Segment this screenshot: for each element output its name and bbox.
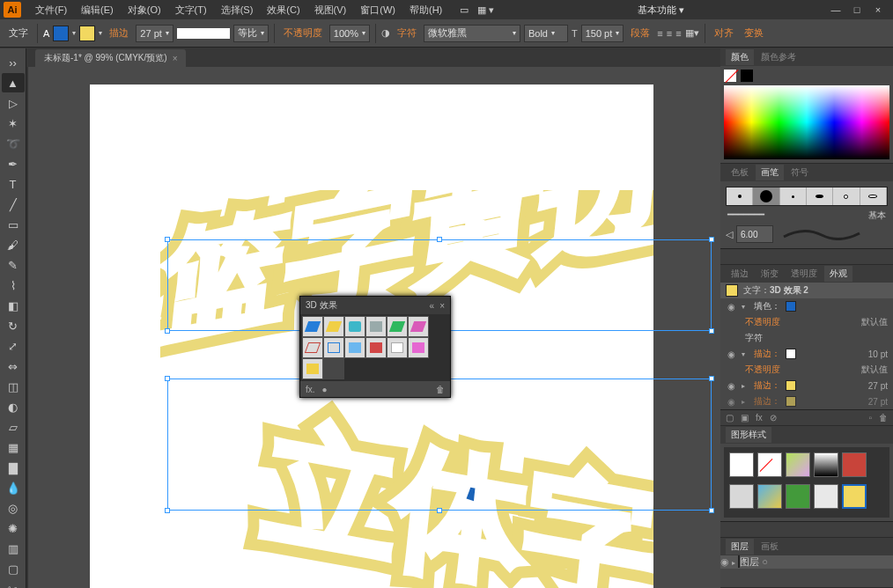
workspace-switcher[interactable]: 基本功能 ▾: [629, 4, 693, 17]
menu-view[interactable]: 视图(V): [307, 0, 354, 19]
fill-swatch[interactable]: [53, 26, 69, 41]
fx-flat-red[interactable]: [365, 337, 387, 358]
arrange-icon[interactable]: ▦ ▾: [477, 4, 494, 16]
window-close[interactable]: ×: [870, 4, 886, 16]
width-tool[interactable]: ⇔: [2, 356, 25, 376]
pen-tool[interactable]: ✒: [2, 154, 25, 173]
fx-cube-wire[interactable]: [302, 337, 323, 358]
menu-window[interactable]: 窗口(W): [353, 0, 402, 19]
document-tab[interactable]: 未标题-1* @ 99% (CMYK/预览) ×: [35, 49, 186, 67]
color-spectrum[interactable]: [724, 85, 889, 159]
tab-symbols[interactable]: 符号: [786, 165, 814, 180]
appearance-target[interactable]: 文字：3D 效果 2: [720, 283, 893, 298]
fx-flat-yellow2[interactable]: [302, 358, 323, 379]
appearance-chars-row[interactable]: 字符: [720, 330, 893, 346]
black-swatch[interactable]: [741, 70, 753, 82]
stroke-swatch[interactable]: [79, 26, 95, 41]
trash-icon[interactable]: 🗑: [879, 413, 888, 423]
perspective-tool[interactable]: ▱: [2, 417, 25, 437]
blob-brush-tool[interactable]: ⌇: [2, 276, 25, 295]
free-transform-tool[interactable]: ◫: [2, 377, 25, 396]
fx-extrude-front[interactable]: [302, 316, 323, 337]
brush-strip[interactable]: [726, 187, 888, 206]
tab-appearance[interactable]: 外观: [824, 266, 852, 282]
align-left-icon[interactable]: ≡: [657, 28, 662, 39]
tab-brushes[interactable]: 画笔: [756, 165, 784, 180]
font-family[interactable]: 微软雅黑▾: [424, 25, 520, 42]
stroke-preview[interactable]: [177, 28, 230, 39]
tab-artboards[interactable]: 画板: [756, 539, 784, 555]
scale-tool[interactable]: ⤢: [2, 336, 25, 356]
tab-transparency[interactable]: 透明度: [786, 266, 823, 282]
tab-color[interactable]: 颜色: [726, 49, 754, 65]
stroke-label[interactable]: 描边: [106, 26, 132, 40]
tab-color-guide[interactable]: 颜色参考: [756, 49, 801, 65]
fx-flat-magenta[interactable]: [408, 337, 429, 358]
visibility-icon[interactable]: ◉: [726, 349, 736, 359]
align-label[interactable]: 对齐: [711, 26, 737, 40]
fx-extrude-yellow[interactable]: [323, 316, 344, 337]
fx-flat-white[interactable]: [387, 337, 408, 358]
menu-file[interactable]: 文件(F): [28, 0, 74, 19]
appearance-stroke-row-3[interactable]: ◉▸ 描边： 27 pt: [720, 393, 893, 409]
recolor-icon[interactable]: ◑: [381, 27, 390, 39]
shape-builder-tool[interactable]: ◐: [2, 397, 25, 416]
paintbrush-tool[interactable]: 🖌: [2, 235, 25, 254]
stroke-profile[interactable]: 等比▾: [233, 25, 269, 42]
window-maximize[interactable]: □: [849, 4, 865, 16]
floating-3d-effects-panel[interactable]: 3D 效果 « × fx. ● 🗑: [299, 296, 451, 398]
fx-delete-icon[interactable]: 🗑: [436, 385, 445, 394]
tab-graphic-styles[interactable]: 图形样式: [726, 427, 771, 443]
menu-select[interactable]: 选择(S): [214, 0, 261, 19]
type-tool[interactable]: T: [2, 174, 25, 194]
layer-row[interactable]: ◉ ▸ 图层 ○: [720, 555, 893, 569]
stroke-weight[interactable]: 27 pt▾: [136, 25, 173, 42]
style-item[interactable]: [729, 452, 754, 477]
brush-size-input[interactable]: [736, 225, 773, 243]
fx-flat-blue-outline[interactable]: [323, 337, 344, 358]
mesh-tool[interactable]: ▦: [2, 437, 25, 457]
appearance-opacity-row-2[interactable]: 不透明度默认值: [720, 362, 893, 378]
opacity-label[interactable]: 不透明度: [280, 26, 326, 40]
align-panel-icon[interactable]: ▦▾: [685, 27, 699, 39]
fx-cube-pink[interactable]: [408, 316, 429, 337]
lasso-tool[interactable]: ➰: [2, 134, 25, 153]
artboard-tool[interactable]: ▢: [2, 559, 25, 578]
panel-grip[interactable]: ››: [2, 53, 25, 72]
visibility-icon[interactable]: ◉: [726, 302, 736, 312]
selection-tool[interactable]: ▲: [2, 73, 25, 92]
panel-collapse-icon[interactable]: «: [430, 301, 435, 311]
appearance-stroke-row-2[interactable]: ◉▸ 描边： 27 pt: [720, 378, 893, 393]
blend-tool[interactable]: ◎: [2, 498, 25, 518]
panel-title-bar[interactable]: 3D 效果 « ×: [300, 297, 450, 314]
eraser-tool[interactable]: ◧: [2, 296, 25, 315]
fx-cube-green[interactable]: [387, 316, 408, 337]
align-right-icon[interactable]: ≡: [675, 28, 681, 39]
tab-swatches[interactable]: 色板: [726, 165, 754, 180]
fx-flat-blue[interactable]: [344, 337, 365, 358]
graph-tool[interactable]: ▥: [2, 539, 25, 558]
visibility-icon[interactable]: ◉: [726, 381, 736, 391]
menu-object[interactable]: 对象(O): [121, 0, 168, 19]
line-tool[interactable]: ╱: [2, 195, 25, 214]
appearance-fill-row[interactable]: ◉▾ 填色：: [720, 298, 893, 314]
fx-icon[interactable]: fx: [756, 413, 763, 423]
tab-gradient[interactable]: 渐变: [756, 266, 784, 282]
para-label[interactable]: 段落: [627, 26, 653, 40]
appearance-stroke-row-1[interactable]: ◉▾ 描边： 10 pt: [720, 346, 893, 362]
style-item[interactable]: [729, 484, 754, 509]
appearance-opacity-row[interactable]: 不透明度默认值: [720, 314, 893, 330]
style-item[interactable]: [786, 484, 810, 509]
style-item[interactable]: [786, 452, 810, 477]
tab-layers[interactable]: 图层: [726, 539, 754, 555]
transform-label[interactable]: 变换: [741, 26, 767, 40]
menu-effect[interactable]: 效果(C): [260, 0, 306, 19]
magic-wand-tool[interactable]: ✶: [2, 114, 25, 133]
pencil-tool[interactable]: ✎: [2, 255, 25, 275]
fx-bevel-teal[interactable]: [344, 316, 365, 337]
close-tab-icon[interactable]: ×: [173, 54, 178, 63]
tab-stroke[interactable]: 描边: [726, 266, 754, 282]
symbol-sprayer-tool[interactable]: ✺: [2, 518, 25, 538]
opacity-value[interactable]: 100%▾: [329, 25, 370, 42]
no-color-swatch[interactable]: [724, 70, 736, 82]
